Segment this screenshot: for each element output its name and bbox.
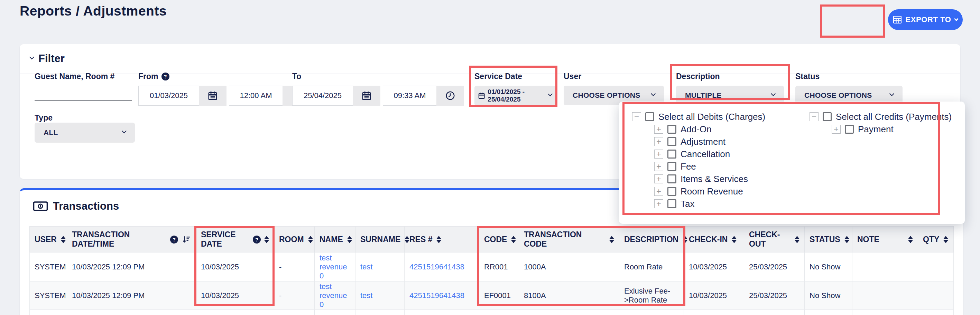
cell-name: test revenue 0: [315, 252, 355, 282]
checkbox[interactable]: [667, 150, 676, 158]
to-time-field: 09:33 AM: [383, 85, 464, 106]
column-header-service-date[interactable]: SERVICE DATE?: [196, 226, 274, 252]
guest-name-room-input[interactable]: [35, 79, 132, 101]
column-header-user[interactable]: USER: [30, 226, 67, 252]
column-header-description[interactable]: DESCRIPTION: [619, 226, 684, 252]
expand-icon[interactable]: +: [654, 199, 663, 208]
to-time-value[interactable]: 09:33 AM: [383, 85, 436, 106]
chevron-down-icon: [651, 91, 655, 96]
column-header-status[interactable]: STATUS: [805, 226, 853, 252]
cell-empty: [853, 310, 918, 315]
cell-surname-link[interactable]: test: [360, 263, 372, 271]
tree-item-label: Select all Credits (Payments): [836, 112, 951, 122]
from-time-value[interactable]: 12:00 AM: [229, 85, 283, 106]
from-date-value[interactable]: 01/03/2025: [138, 85, 199, 106]
reports-adjustments-page: Reports / Adjustments EXPORT TO Filter G…: [0, 0, 980, 315]
cell-description: Room Rate: [619, 252, 684, 282]
checkbox[interactable]: [667, 199, 676, 208]
cell-empty: [67, 310, 196, 315]
column-header-qty[interactable]: QTY: [918, 226, 954, 252]
chevron-down-icon: [548, 92, 553, 97]
sort-icon: [436, 236, 441, 243]
column-header-name[interactable]: NAME: [315, 226, 355, 252]
cell-empty: [519, 310, 619, 315]
cell-user: SYSTEM: [30, 252, 67, 282]
cell-empty: [274, 310, 315, 315]
money-icon: [33, 201, 48, 212]
checkbox[interactable]: [822, 112, 832, 121]
checkbox[interactable]: [667, 125, 676, 134]
checkbox[interactable]: [845, 125, 854, 134]
cell-name-link[interactable]: test revenue 0: [320, 282, 347, 309]
expand-icon[interactable]: +: [654, 125, 663, 134]
to-date-calendar-button[interactable]: [353, 85, 380, 106]
calendar-icon: [361, 90, 372, 101]
description-multiselect-popup: −Select all Debits (Charges)+Add-On+Adju…: [619, 101, 965, 224]
to-date-field: 25/04/2025: [292, 85, 380, 106]
column-header-res-[interactable]: RES #: [404, 226, 479, 252]
expand-icon[interactable]: +: [654, 174, 663, 184]
checkbox[interactable]: [667, 187, 676, 196]
chevron-down-icon: [122, 128, 127, 133]
help-icon[interactable]: ?: [253, 236, 261, 244]
column-label: RES #: [409, 235, 432, 244]
help-icon[interactable]: ?: [161, 73, 169, 81]
service-date-range-button[interactable]: 01/01/2025 - 25/04/2025: [474, 85, 555, 106]
collapse-icon[interactable]: −: [810, 112, 819, 121]
sort-icon: [404, 236, 409, 243]
user-label: User: [564, 72, 581, 81]
cell-res: 4251519641438: [404, 282, 479, 310]
cell-transaction_code: 1000A: [519, 252, 619, 282]
to-date-value[interactable]: 25/04/2025: [292, 85, 353, 106]
export-to-button[interactable]: EXPORT TO: [888, 9, 963, 30]
expand-icon[interactable]: +: [654, 137, 663, 146]
expand-icon[interactable]: +: [654, 162, 663, 171]
cell-datetime: 10/03/2025 12:09 PM: [67, 282, 196, 310]
cell-status: No Show: [805, 252, 853, 282]
column-header-transaction-date-time[interactable]: TRANSACTION DATE/TIME?: [67, 226, 196, 252]
cell-service_date: 10/03/2025: [196, 252, 274, 282]
sort-icon: [511, 236, 516, 243]
column-header-transaction-code[interactable]: TRANSACTION CODE: [519, 226, 619, 252]
column-header-note[interactable]: NOTE: [853, 226, 918, 252]
cell-check_out: 25/03/2025: [744, 252, 805, 282]
calendar-icon: [478, 91, 485, 100]
to-label: To: [292, 72, 301, 81]
checkbox[interactable]: [645, 112, 654, 121]
collapse-icon[interactable]: −: [632, 112, 641, 121]
column-header-code[interactable]: CODE: [479, 226, 519, 252]
checkbox[interactable]: [667, 162, 676, 171]
cell-datetime: 10/03/2025 12:09 PM: [67, 252, 196, 282]
cell-res-link[interactable]: 4251519641438: [409, 263, 465, 271]
filter-section-header[interactable]: Filter: [30, 52, 65, 65]
page-title: Reports / Adjustments: [20, 3, 167, 19]
column-label: USER: [35, 235, 57, 244]
sort-icon: [264, 236, 269, 243]
column-header-surname[interactable]: SURNAME: [355, 226, 404, 252]
column-label: ROOM: [279, 235, 304, 244]
type-dropdown[interactable]: ALL: [35, 123, 135, 142]
column-header-room[interactable]: ROOM: [274, 226, 315, 252]
tree-item-label: Add-On: [681, 124, 712, 135]
to-time-clock-button[interactable]: [436, 85, 464, 106]
expand-icon[interactable]: +: [832, 125, 841, 134]
column-label: SURNAME: [360, 235, 401, 244]
cell-res: 4251519641438: [404, 252, 479, 282]
checkbox[interactable]: [667, 137, 676, 146]
help-icon[interactable]: ?: [170, 236, 178, 244]
cell-empty: [196, 310, 274, 315]
chevron-down-icon: [889, 91, 894, 96]
expand-icon[interactable]: +: [654, 187, 663, 196]
column-header-check-out[interactable]: CHECK-OUT: [744, 226, 805, 252]
sort-icon: [908, 236, 913, 243]
cell-surname-link[interactable]: test: [360, 291, 372, 300]
status-label: Status: [795, 72, 819, 81]
from-date-calendar-button[interactable]: [199, 85, 226, 106]
column-label: NAME: [320, 235, 343, 244]
cell-name-link[interactable]: test revenue 0: [320, 253, 347, 280]
checkbox[interactable]: [667, 174, 676, 184]
column-header-check-in[interactable]: CHECK-IN: [684, 226, 744, 252]
expand-icon[interactable]: +: [654, 150, 663, 158]
cell-code: RR001: [479, 252, 519, 282]
cell-res-link[interactable]: 4251519641438: [409, 291, 465, 300]
